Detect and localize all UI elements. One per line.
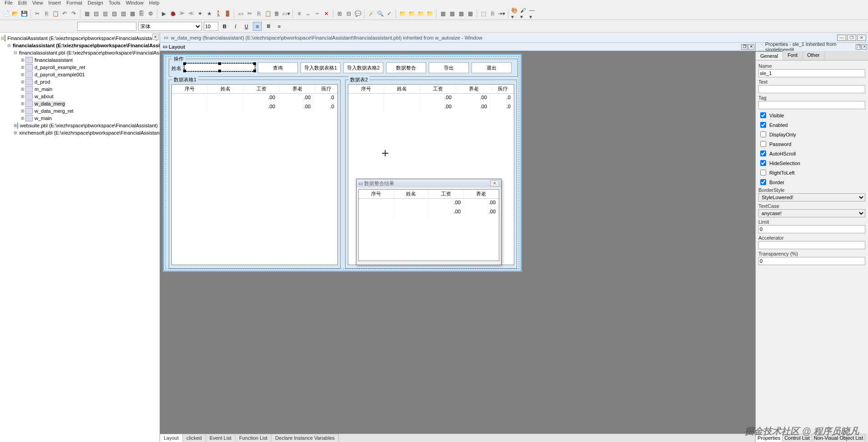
menu-window[interactable]: Window — [126, 0, 144, 6]
save-icon[interactable]: 💾 — [20, 10, 28, 18]
tool-icon[interactable]: ⪼ — [178, 10, 186, 18]
tree-object[interactable]: w_main — [34, 116, 53, 121]
undo-icon[interactable]: ↶ — [60, 10, 69, 18]
menu-edit[interactable]: Edit — [18, 0, 27, 6]
tree-object[interactable]: m_main — [34, 86, 53, 92]
tree-object[interactable]: w_about — [34, 94, 55, 99]
align-center-icon[interactable]: ≣ — [264, 22, 273, 31]
tree-pbl[interactable]: xinchensoft.pbl (E:\xiezhrspace\pbworksp… — [18, 130, 160, 136]
select-icon[interactable]: ▭▾ — [282, 10, 290, 18]
paste-icon[interactable]: 📋 — [51, 10, 60, 18]
tool-icon[interactable]: ▦ — [457, 10, 465, 18]
tool-icon[interactable]: ⪻ — [187, 10, 195, 18]
paint-icon[interactable]: 🖌▾ — [520, 10, 528, 18]
prop-limit-input[interactable] — [758, 225, 865, 233]
tool-icon[interactable]: ▧ — [119, 10, 127, 18]
checkbox[interactable] — [760, 112, 766, 118]
close-icon[interactable]: ✕ — [490, 180, 499, 186]
new-icon[interactable]: 📄 — [2, 10, 10, 18]
tree-object-selected[interactable]: w_data_merg — [34, 101, 66, 106]
tool-icon[interactable]: ▦ — [439, 10, 447, 18]
tool-icon[interactable]: ✂ — [246, 10, 254, 18]
tool-icon[interactable]: ▦ — [466, 10, 474, 18]
tab-other[interactable]: Other — [803, 51, 825, 60]
prop-text-input[interactable] — [758, 85, 865, 93]
minimize-icon[interactable]: — — [837, 35, 846, 41]
tree-pbl[interactable]: websuite.pbl (E:\xiezhrspace\pbworkspace… — [19, 123, 159, 128]
tree-object[interactable]: d_payroll_example001 — [34, 72, 86, 77]
menu-format[interactable]: Format — [66, 0, 82, 6]
tool-icon[interactable]: ⚙ — [146, 10, 155, 18]
prop-check-righttoleft[interactable]: RightToLeft — [758, 168, 865, 177]
paint-icon[interactable]: 🎨▾ — [511, 10, 519, 18]
button-import2[interactable]: 导入数据表格2 — [343, 62, 383, 73]
tool-icon[interactable]: ⬚ — [479, 10, 487, 18]
datawindow-result[interactable]: 序号 姓名 工资 养老 .00.00 .00.00 — [358, 189, 499, 261]
underline-icon[interactable]: U — [242, 22, 251, 31]
checkbox[interactable] — [760, 170, 766, 176]
tree-object[interactable]: d_prod — [34, 79, 51, 85]
tool-icon[interactable]: 🗑 — [273, 10, 281, 18]
tree-close-icon[interactable]: × — [152, 34, 159, 40]
checkbox[interactable] — [760, 160, 766, 166]
restore-icon[interactable]: ❐ — [847, 35, 856, 41]
tool-icon[interactable]: ▥ — [101, 10, 109, 18]
font-size[interactable] — [204, 22, 218, 31]
button-query[interactable]: 查询 — [258, 62, 298, 73]
checkbox[interactable] — [760, 131, 766, 137]
checkbox[interactable] — [760, 141, 766, 147]
prop-check-displayonly[interactable]: DisplayOnly — [758, 130, 865, 139]
close-icon[interactable]: ✕ — [322, 10, 331, 18]
tree-object[interactable]: w_data_merg_ret — [34, 108, 75, 114]
search-icon[interactable]: 🔍 — [376, 10, 384, 18]
comment-icon[interactable]: 💬 — [354, 10, 362, 18]
checkbox[interactable] — [760, 179, 766, 185]
button-exit[interactable]: 退出 — [472, 62, 512, 73]
run-icon[interactable]: ▶ — [160, 10, 168, 18]
font-select[interactable]: 宋体 — [138, 22, 202, 31]
tab-general[interactable]: General — [756, 51, 783, 60]
menu-file[interactable]: File — [5, 0, 13, 6]
tree-workspace[interactable]: FinancialAssistant (E:\xiezhrspace\pbwor… — [6, 35, 159, 41]
tool-icon[interactable]: ▦ — [83, 10, 91, 18]
tab-functionlist[interactable]: Function List — [236, 434, 271, 442]
close-icon[interactable]: ✕ — [748, 44, 754, 50]
tool-icon[interactable]: 📋 — [264, 10, 272, 18]
tool-icon[interactable]: 📁 — [426, 10, 434, 18]
form-window[interactable]: 操作 姓名 查询 导入数据表格1 导入数据表格2 数据整合 — [163, 54, 522, 272]
tab-font[interactable]: Font — [783, 51, 803, 60]
prop-name-input[interactable] — [758, 69, 865, 77]
italic-icon[interactable]: I — [231, 22, 240, 31]
tool-icon[interactable]: ▨ — [110, 10, 118, 18]
prop-trans-input[interactable] — [758, 257, 865, 265]
db-icon[interactable]: 🗄 — [137, 10, 146, 18]
button-merge[interactable]: 数据整合 — [386, 62, 426, 73]
menu-tools[interactable]: Tools — [109, 0, 120, 6]
prop-accel-input[interactable] — [758, 241, 865, 249]
tool-icon[interactable]: ▭ — [236, 10, 245, 18]
prop-check-enabled[interactable]: Enabled — [758, 121, 865, 129]
prop-textcase-select[interactable]: anycase! — [758, 209, 865, 217]
debug-icon[interactable]: 🐞 — [169, 10, 177, 18]
sle-name-input[interactable] — [184, 63, 255, 71]
exit-icon[interactable]: 🚪 — [223, 10, 231, 18]
tree-object[interactable]: d_payroll_example_ret — [34, 65, 86, 70]
menu-view[interactable]: View — [32, 0, 43, 6]
tool-icon[interactable]: ⊟ — [345, 10, 353, 18]
restore-icon[interactable]: ❐ — [856, 44, 861, 50]
object-combo[interactable] — [77, 22, 136, 31]
prop-tag-input[interactable] — [758, 101, 865, 109]
align-icon[interactable]: ≡ — [295, 10, 303, 18]
tab-layout[interactable]: Layout — [160, 434, 183, 442]
prop-check-password[interactable]: Password — [758, 140, 865, 148]
tool-icon[interactable]: ▤ — [92, 10, 100, 18]
prop-check-visible[interactable]: Visible — [758, 111, 865, 120]
open-icon[interactable]: 📂 — [11, 10, 19, 18]
align-right-icon[interactable]: ≡ — [275, 22, 284, 31]
person-icon[interactable]: 🚶 — [214, 10, 222, 18]
prop-check-border[interactable]: Border — [758, 178, 865, 186]
prop-borderstyle-select[interactable]: StyleLowered! — [758, 193, 865, 201]
prop-check-autohscroll[interactable]: AutoHScroll — [758, 149, 865, 158]
tool-icon[interactable]: 📁 — [407, 10, 416, 18]
tab-nonvisual[interactable]: Non-Visual Object List — [812, 434, 866, 442]
